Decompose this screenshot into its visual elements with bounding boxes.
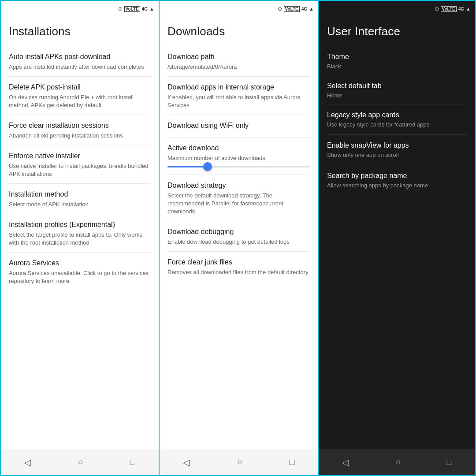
setting-label: Select default tab	[327, 82, 467, 91]
signal-icon: ▲	[149, 6, 154, 11]
setting-label: Aurora Services	[9, 259, 151, 268]
setting-desc: Show only one app on scroll	[327, 151, 467, 159]
setting-desc: Select the target profile to install app…	[9, 231, 151, 247]
setting-label: Delete APK post-install	[9, 83, 151, 92]
setting-label: Installation profiles (Experimental)	[9, 220, 151, 230]
setting-label: Force clear installation sessions	[9, 121, 151, 130]
downloads-title: Downloads	[167, 25, 310, 38]
signal-icon: ▲	[466, 6, 471, 11]
slider-track	[167, 166, 310, 167]
setting-installation-method[interactable]: Installation method Select mode of APK i…	[9, 184, 151, 214]
setting-download-strategy[interactable]: Download strategy Select the default dow…	[167, 175, 310, 221]
setting-desc: Select mode of APK installation	[9, 201, 151, 208]
status-icons-mid: ⊙ VoLTE 4G ▲	[278, 6, 314, 12]
setting-theme[interactable]: Theme Black	[327, 46, 467, 75]
setting-value: Home	[327, 92, 467, 99]
setting-desc: On devices running Android Pie + with ro…	[9, 93, 151, 109]
setting-active-download[interactable]: Active download Maximum number of active…	[167, 138, 310, 175]
4g-label: 4G	[142, 7, 148, 11]
slider-thumb[interactable]	[203, 162, 212, 171]
recent-button[interactable]: □	[123, 454, 142, 471]
setting-label: Download using WiFi only	[167, 121, 310, 130]
setting-label: Auto install APKs post-download	[9, 52, 151, 62]
setting-desc: /storage/emulated/0/Aurora	[167, 63, 310, 71]
home-button[interactable]: ○	[230, 454, 249, 471]
setting-wifi-only[interactable]: Download using WiFi only	[167, 115, 310, 137]
ui-panel: ⊙ VoLTE 4G ▲ User Interface Theme Black …	[319, 0, 476, 476]
status-bar-right: ⊙ VoLTE 4G ▲	[319, 1, 475, 17]
slider-fill	[167, 166, 208, 167]
setting-label: Active download	[167, 144, 310, 153]
nav-bar-left: ◁ ○ □	[1, 449, 159, 475]
setting-default-tab[interactable]: Select default tab Home	[327, 75, 467, 104]
setting-snapview[interactable]: Enable snapView for apps Show only one a…	[327, 135, 467, 165]
back-button[interactable]: ◁	[176, 454, 197, 471]
setting-label: Search by package name	[327, 171, 467, 181]
setting-label: Legacy style app cards	[327, 111, 467, 120]
back-button[interactable]: ◁	[17, 454, 38, 471]
wifi-icon: ⊙	[278, 6, 282, 12]
setting-desc: Abandon all old pending installation ses…	[9, 132, 151, 140]
setting-desc: Removes all downloaded files from the de…	[167, 268, 310, 276]
status-bar-left: ⊙ VoLTE 4G ▲	[1, 1, 159, 17]
installations-panel: ⊙ VoLTE 4G ▲ Installations Auto install …	[0, 0, 160, 476]
recent-button[interactable]: □	[282, 454, 301, 471]
home-button[interactable]: ○	[71, 454, 90, 471]
volte-label: VoLTE	[284, 6, 300, 12]
nav-bar-mid: ◁ ○ □	[160, 449, 318, 475]
setting-desc: Maximum number of active downloads	[167, 154, 310, 162]
4g-label: 4G	[301, 7, 307, 11]
setting-enforce-native[interactable]: Enforce native installer Use native inst…	[9, 145, 151, 183]
wifi-icon: ⊙	[118, 6, 123, 12]
nav-bar-right: ◁ ○ □	[319, 449, 475, 475]
recent-button[interactable]: □	[439, 454, 459, 471]
setting-label: Download debugging	[167, 227, 310, 237]
setting-label: Theme	[327, 52, 467, 62]
setting-desc: Use legacy style cards for featured apps	[327, 121, 467, 129]
setting-download-path[interactable]: Download path /storage/emulated/0/Aurora	[167, 46, 310, 76]
setting-desc: If enabled, you will not able to install…	[167, 93, 310, 109]
setting-label: Download apps in internal storage	[167, 83, 310, 92]
setting-force-clear-sessions[interactable]: Force clear installation sessions Abando…	[9, 115, 151, 145]
setting-desc: Allow searching apps by package name	[327, 182, 467, 190]
setting-auto-install[interactable]: Auto install APKs post-download Apps are…	[9, 46, 151, 76]
ui-content: User Interface Theme Black Select defaul…	[319, 17, 475, 449]
installations-content: Installations Auto install APKs post-dow…	[1, 17, 159, 449]
status-icons-left: ⊙ VoLTE 4G ▲	[118, 6, 154, 12]
setting-desc: Select the default download strategy. Th…	[167, 192, 310, 216]
wifi-icon: ⊙	[435, 6, 439, 12]
setting-label: Enforce native installer	[9, 152, 151, 161]
volte-label: VoLTE	[441, 6, 457, 12]
setting-legacy-cards[interactable]: Legacy style app cards Use legacy style …	[327, 104, 467, 134]
status-icons-right: ⊙ VoLTE 4G ▲	[435, 6, 471, 12]
setting-label: Download path	[167, 52, 310, 62]
setting-label: Download strategy	[167, 181, 310, 190]
setting-label: Enable snapView for apps	[327, 141, 467, 150]
setting-delete-apk[interactable]: Delete APK post-install On devices runni…	[9, 77, 151, 115]
4g-label: 4G	[458, 7, 464, 11]
setting-download-debugging[interactable]: Download debugging Enable download debug…	[167, 221, 310, 251]
ui-title: User Interface	[327, 25, 467, 38]
setting-aurora-services[interactable]: Aurora Services Aurora Services unavaila…	[9, 253, 151, 290]
setting-label: Installation method	[9, 190, 151, 199]
setting-value: Black	[327, 63, 467, 70]
status-bar-mid: ⊙ VoLTE 4G ▲	[160, 1, 318, 17]
installations-title: Installations	[9, 25, 151, 38]
setting-desc: Use native installer to install packages…	[9, 162, 151, 178]
setting-desc: Enable download debugging to get detaile…	[167, 238, 310, 246]
setting-internal-storage[interactable]: Download apps in internal storage If ena…	[167, 77, 310, 115]
volte-label: VoLTE	[124, 6, 140, 12]
back-button[interactable]: ◁	[335, 454, 356, 471]
setting-label: Force clear junk files	[167, 258, 310, 267]
signal-icon: ▲	[309, 6, 314, 11]
active-download-slider-container	[167, 162, 310, 169]
setting-search-package[interactable]: Search by package name Allow searching a…	[327, 165, 467, 195]
home-button[interactable]: ○	[388, 454, 407, 471]
setting-desc: Apps are installed instantly after downl…	[9, 63, 151, 71]
setting-installation-profiles[interactable]: Installation profiles (Experimental) Sel…	[9, 214, 151, 252]
setting-desc: Aurora Services unavailable. Click to go…	[9, 269, 151, 285]
downloads-panel: ⊙ VoLTE 4G ▲ Downloads Download path /st…	[160, 0, 319, 476]
setting-force-clear-junk[interactable]: Force clear junk files Removes all downl…	[167, 252, 310, 282]
downloads-content: Downloads Download path /storage/emulate…	[160, 17, 318, 449]
